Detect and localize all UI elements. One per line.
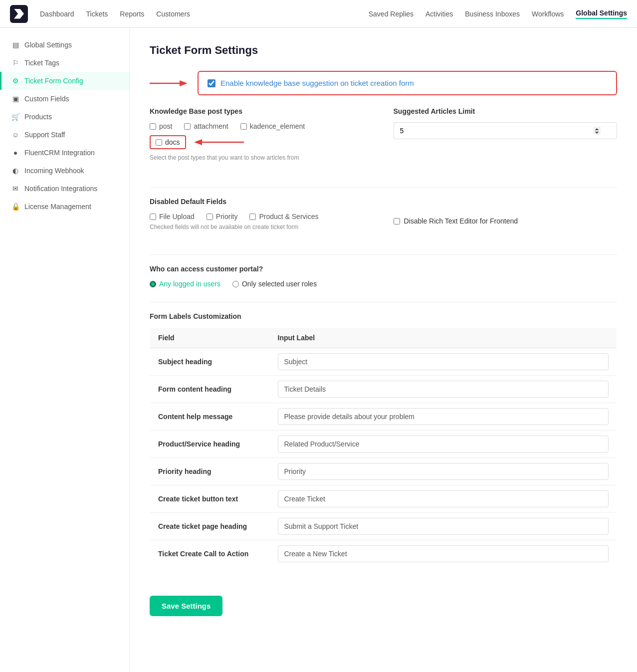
radio-any-logged-input[interactable]	[150, 281, 156, 287]
label-input-4[interactable]	[278, 463, 609, 480]
input-label-cell	[270, 513, 617, 540]
field-file-upload[interactable]: File Upload	[150, 213, 195, 221]
post-type-kadence[interactable]: kadence_element	[240, 122, 305, 130]
table-row: Create ticket page heading	[150, 513, 617, 540]
field-name-cell: Create ticket page heading	[150, 513, 270, 540]
divider-3	[150, 302, 617, 302]
disabled-fields-help: Checked fields will not be available on …	[150, 224, 374, 230]
sidebar-label-license-management: License Management	[24, 203, 91, 211]
settings-icon: ⚙	[11, 77, 19, 85]
post-type-attachment[interactable]: attachment	[184, 122, 228, 130]
sidebar-item-incoming-webhook[interactable]: ◐ Incoming Webhook	[0, 162, 129, 180]
divider-2	[150, 254, 617, 255]
field-name-cell: Form content heading	[150, 376, 270, 403]
logo[interactable]	[10, 5, 28, 23]
kadence-checkbox[interactable]	[240, 123, 247, 130]
table-row: Content help message	[150, 403, 617, 431]
radio-selected-roles-input[interactable]	[232, 281, 239, 287]
sidebar-item-ticket-form-config[interactable]: ⚙ Ticket Form Config	[0, 72, 129, 90]
priority-checkbox[interactable]	[207, 214, 213, 220]
post-checkbox[interactable]	[150, 123, 156, 130]
docs-checkbox[interactable]	[156, 139, 162, 146]
label-input-3[interactable]	[278, 436, 609, 452]
radio-any-logged[interactable]: Any logged in users	[150, 280, 220, 288]
disable-rte-section: Disable Rich Text Editor for Frontend	[394, 198, 618, 244]
field-name-cell: Content help message	[150, 403, 270, 431]
table-row: Subject heading	[150, 348, 617, 376]
sidebar-item-license-management[interactable]: 🔒 License Management	[0, 198, 129, 216]
disable-rte-checkbox[interactable]	[394, 218, 400, 224]
sidebar-item-products[interactable]: 🛒 Products	[0, 108, 129, 126]
bell-icon: ✉	[11, 185, 19, 193]
svg-marker-3	[194, 139, 202, 145]
nav-global-settings[interactable]: Global Settings	[576, 9, 627, 19]
disabled-fields-grid: File Upload Priority Product & Services	[150, 213, 374, 221]
input-label-cell	[270, 485, 617, 513]
integration-icon: ●	[11, 149, 19, 157]
nav-dashboard[interactable]: Dashboard	[40, 8, 74, 20]
limit-input-wrap	[394, 122, 618, 139]
attachment-label: attachment	[194, 122, 228, 130]
input-label-cell	[270, 376, 617, 403]
nav-business-inboxes[interactable]: Business Inboxes	[465, 10, 520, 18]
kb-enable-checkbox[interactable]	[208, 79, 215, 87]
label-input-2[interactable]	[278, 408, 609, 425]
sidebar-item-fluentcrm[interactable]: ● FluentCRM Integration	[0, 144, 129, 162]
post-type-post[interactable]: post	[150, 122, 172, 130]
nav-saved-replies[interactable]: Saved Replies	[369, 10, 414, 18]
sidebar-label-custom-fields: Custom Fields	[24, 95, 69, 103]
disabled-fields-row: Disabled Default Fields File Upload Prio…	[150, 198, 617, 244]
field-product-services[interactable]: Product & Services	[249, 213, 318, 221]
table-header-row: Field Input Label	[150, 328, 617, 348]
attachment-checkbox[interactable]	[184, 123, 191, 130]
nav-customers[interactable]: Customers	[156, 8, 190, 20]
label-input-6[interactable]	[278, 518, 609, 535]
kb-post-types-section: Knowledge Base post types post attachmen…	[150, 107, 374, 161]
label-input-0[interactable]	[278, 353, 609, 370]
product-services-checkbox[interactable]	[249, 214, 256, 220]
input-label-cell	[270, 540, 617, 568]
nav-reports[interactable]: Reports	[120, 8, 144, 20]
post-type-docs[interactable]: docs	[150, 135, 186, 149]
sidebar-label-fluentcrm: FluentCRM Integration	[24, 149, 95, 157]
sidebar: ▤ Global Settings ⚐ Ticket Tags ⚙ Ticket…	[0, 28, 130, 672]
top-navigation: Dashboard Tickets Reports Customers Save…	[0, 0, 637, 28]
person-icon: ☺	[11, 131, 19, 139]
input-label-cell	[270, 431, 617, 458]
main-content: Ticket Form Settings Enable knowledge ba…	[130, 28, 637, 672]
sidebar-item-notification-integrations[interactable]: ✉ Notification Integrations	[0, 180, 129, 198]
sidebar-item-global-settings[interactable]: ▤ Global Settings	[0, 36, 129, 54]
sidebar-item-custom-fields[interactable]: ▣ Custom Fields	[0, 90, 129, 108]
disable-rte-label[interactable]: Disable Rich Text Editor for Frontend	[404, 217, 518, 225]
radio-selected-roles[interactable]: Only selected user roles	[232, 280, 317, 288]
limit-input[interactable]	[394, 122, 618, 139]
docs-arrow	[194, 136, 244, 148]
disabled-fields-title: Disabled Default Fields	[150, 198, 374, 206]
nav-activities[interactable]: Activities	[425, 10, 453, 18]
lock-icon: 🔒	[11, 203, 19, 211]
table-row: Form content heading	[150, 376, 617, 403]
col-input-header: Input Label	[270, 328, 617, 348]
input-label-cell	[270, 348, 617, 376]
label-input-7[interactable]	[278, 545, 609, 562]
form-labels-title: Form Labels Customization	[150, 312, 617, 320]
kb-enable-label[interactable]: Enable knowledge base suggestion on tick…	[220, 79, 414, 87]
sidebar-item-ticket-tags[interactable]: ⚐ Ticket Tags	[0, 54, 129, 72]
label-input-1[interactable]	[278, 381, 609, 398]
app-layout: ▤ Global Settings ⚐ Ticket Tags ⚙ Ticket…	[0, 28, 637, 672]
kadence-label: kadence_element	[250, 122, 305, 130]
table-row: Product/Service heading	[150, 431, 617, 458]
sidebar-label-incoming-webhook: Incoming Webhook	[24, 167, 84, 175]
sidebar-label-notification-integrations: Notification Integrations	[24, 185, 97, 193]
label-input-5[interactable]	[278, 490, 609, 507]
kb-and-limit-row: Knowledge Base post types post attachmen…	[150, 107, 617, 175]
save-settings-button[interactable]: Save Settings	[150, 596, 222, 616]
field-priority[interactable]: Priority	[207, 213, 238, 221]
nav-workflows[interactable]: Workflows	[532, 10, 564, 18]
sidebar-item-support-staff[interactable]: ☺ Support Staff	[0, 126, 129, 144]
nav-tickets[interactable]: Tickets	[86, 8, 108, 20]
tag-icon: ⚐	[11, 59, 19, 67]
file-upload-checkbox[interactable]	[150, 214, 156, 220]
form-labels-section: Form Labels Customization Field Input La…	[150, 312, 617, 568]
fields-icon: ▣	[11, 95, 19, 103]
